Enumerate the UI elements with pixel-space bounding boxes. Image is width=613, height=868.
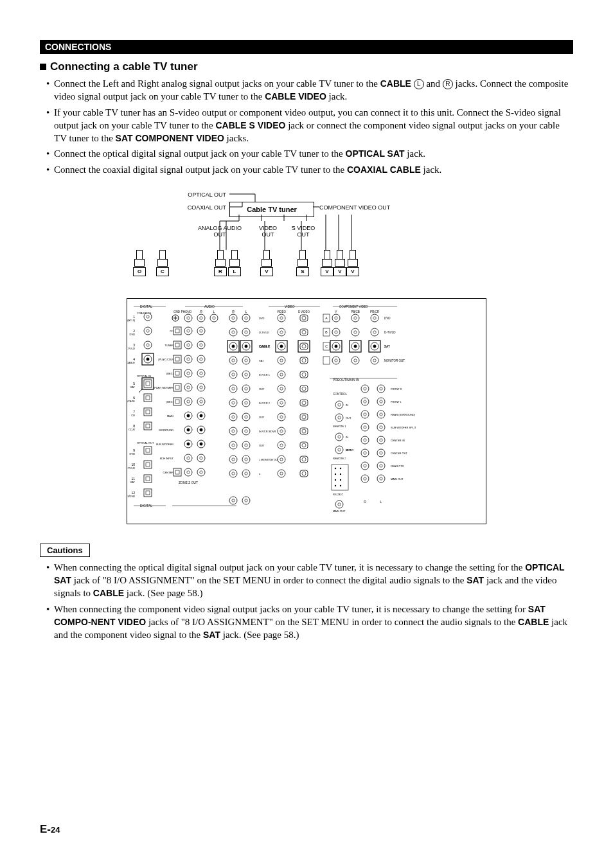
plug-comp-pb: V: [335, 250, 344, 267]
svg-point-264: [302, 401, 306, 405]
svg-point-110: [187, 358, 190, 360]
svg-point-207: [245, 416, 247, 418]
svg-point-309: [335, 345, 337, 348]
plug-comp-y: V: [322, 250, 331, 267]
svg-point-346: [380, 426, 382, 429]
svg-text:REAR CTR: REAR CTR: [391, 465, 404, 468]
svg-text:SURROUND: SURROUND: [159, 429, 173, 432]
svg-point-172: [232, 331, 235, 333]
svg-point-334: [364, 400, 366, 403]
svg-text:(REC): (REC): [166, 372, 174, 375]
svg-text:DVD: DVD: [259, 317, 265, 320]
svg-point-280: [302, 457, 306, 461]
svg-point-35: [147, 344, 149, 346]
svg-point-370: [338, 403, 341, 406]
svg-text:DIGITAL: DIGITAL: [140, 504, 152, 508]
svg-point-210: [232, 430, 235, 432]
svg-point-391: [335, 485, 336, 486]
svg-rect-45: [146, 382, 150, 385]
svg-text:AUDIO: AUDIO: [204, 305, 215, 308]
svg-text:OUT: OUT: [259, 444, 265, 447]
svg-point-377: [338, 436, 341, 438]
svg-rect-54: [146, 410, 150, 414]
svg-rect-318: [323, 357, 330, 364]
svg-text:OUT: OUT: [346, 416, 351, 420]
instruction-item: If your cable TV tuner has an S-video ou…: [46, 106, 573, 145]
svg-point-349: [364, 439, 366, 441]
svg-rect-75: [146, 491, 150, 495]
svg-point-260: [302, 387, 306, 391]
svg-point-143: [200, 429, 202, 431]
svg-text:VIDEO: VIDEO: [277, 310, 287, 314]
svg-rect-108: [175, 357, 179, 361]
svg-text:FRONT R: FRONT R: [391, 387, 402, 391]
svg-text:2: 2: [259, 472, 261, 475]
svg-text:SUB WOOFER: SUB WOOFER: [156, 443, 173, 446]
svg-point-266: [280, 416, 283, 418]
svg-point-119: [200, 372, 202, 375]
svg-point-324: [373, 359, 376, 362]
svg-text:SUB WOOFER SPLIT: SUB WOOFER SPLIT: [391, 426, 416, 429]
svg-point-356: [380, 452, 382, 454]
instruction-item: Connect the Left and Right analog signal…: [46, 77, 573, 103]
svg-rect-71: [146, 477, 150, 481]
svg-rect-115: [175, 371, 179, 375]
svg-rect-101: [175, 343, 179, 347]
svg-point-103: [187, 344, 190, 346]
svg-point-250: [280, 359, 283, 362]
svg-point-31: [147, 330, 149, 332]
svg-point-380: [338, 448, 341, 451]
svg-text:FRONT L: FRONT L: [391, 400, 402, 403]
svg-point-236: [280, 317, 283, 319]
svg-text:CENTER: CENTER: [163, 471, 174, 474]
svg-rect-94: [175, 329, 179, 333]
section-header: CONNECTIONS: [40, 40, 573, 54]
svg-point-220: [232, 458, 235, 461]
svg-point-202: [245, 402, 247, 404]
svg-text:TUNER: TUNER: [164, 344, 173, 347]
svg-point-177: [232, 345, 235, 348]
svg-point-258: [280, 387, 283, 390]
svg-point-227: [245, 472, 247, 475]
svg-point-293: [354, 317, 357, 319]
svg-point-312: [354, 345, 357, 348]
svg-point-187: [245, 359, 247, 362]
svg-point-146: [187, 443, 190, 445]
plug-audio-r: R: [215, 250, 224, 267]
svg-point-174: [245, 331, 247, 333]
square-bullet-icon: [40, 64, 46, 70]
svg-text:IN: IN: [346, 436, 348, 439]
svg-point-192: [245, 373, 247, 376]
svg-text:MAIN OUT: MAIN OUT: [391, 477, 404, 481]
svg-text:DVD: DVD: [130, 333, 136, 336]
svg-point-167: [232, 317, 235, 319]
svg-text:D-TV/LD: D-TV/LD: [384, 331, 396, 334]
svg-text:D-TV/LD: D-TV/LD: [259, 331, 269, 334]
svg-text:PR/CR: PR/CR: [370, 310, 380, 314]
svg-text:DIGITAL: DIGITAL: [140, 305, 152, 308]
svg-text:CABLE: CABLE: [127, 361, 135, 364]
svg-point-341: [380, 413, 382, 416]
svg-point-276: [302, 443, 306, 447]
svg-text:DVD: DVD: [130, 452, 136, 456]
svg-text:8CH INPUT: 8CH INPUT: [160, 457, 174, 460]
svg-text:GND: GND: [173, 310, 181, 314]
svg-text:COMPONENT VIDEO: COMPONENT VIDEO: [339, 305, 368, 308]
svg-point-278: [280, 458, 283, 461]
plug-comp-pr: V: [348, 250, 357, 267]
svg-point-158: [187, 471, 190, 474]
svg-point-138: [200, 414, 202, 417]
rear-panel: DIGITALAUDIOVIDEOCOMPONENT VIDEOCOAXIAL …: [127, 298, 486, 524]
svg-point-195: [232, 387, 235, 390]
svg-point-320: [335, 359, 337, 362]
svg-text:L: L: [213, 310, 215, 314]
svg-point-329: [364, 387, 366, 390]
subheading: Connecting a cable TV tuner: [40, 60, 573, 73]
svg-point-242: [302, 330, 306, 334]
svg-text:S VIDEO: S VIDEO: [298, 310, 310, 314]
svg-point-112: [200, 358, 202, 360]
svg-text:OPTICAL OUT: OPTICAL OUT: [137, 441, 154, 445]
svg-text:DVD: DVD: [384, 317, 391, 320]
svg-point-39: [147, 358, 149, 360]
svg-text:MONITOR OUT: MONITOR OUT: [384, 359, 405, 362]
